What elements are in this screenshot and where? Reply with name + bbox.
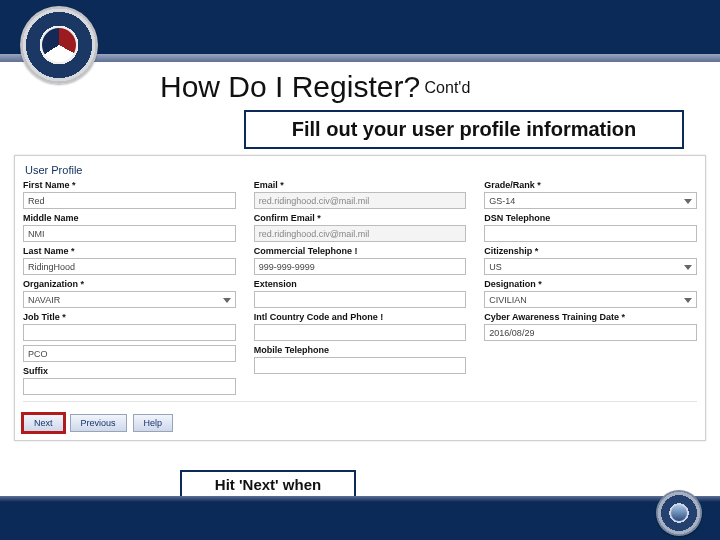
field-label: Confirm Email * <box>254 213 467 223</box>
form-field: Citizenship *US <box>484 246 697 275</box>
dropdown-input[interactable]: CIVILIAN <box>484 291 697 308</box>
text-input[interactable]: 999-999-9999 <box>254 258 467 275</box>
text-input[interactable]: NMI <box>23 225 236 242</box>
button-row: Next Previous Help <box>23 408 697 436</box>
field-label: Mobile Telephone <box>254 345 467 355</box>
callout-top: Fill out your user profile information <box>244 110 684 149</box>
text-input[interactable] <box>484 225 697 242</box>
text-input[interactable]: RidingHood <box>23 258 236 275</box>
header-stripe <box>0 54 720 62</box>
text-input[interactable] <box>254 357 467 374</box>
field-label: Organization * <box>23 279 236 289</box>
field-label: Intl Country Code and Phone ! <box>254 312 467 322</box>
text-input[interactable]: red.ridinghood.civ@mail.mil <box>254 192 467 209</box>
title-sub: Cont'd <box>425 79 471 96</box>
field-label: Last Name * <box>23 246 236 256</box>
form-column: Grade/Rank *GS-14DSN TelephoneCitizenshi… <box>484 180 697 397</box>
form-field: Email *red.ridinghood.civ@mail.mil <box>254 180 467 209</box>
header-bar <box>0 0 720 54</box>
dropdown-input[interactable]: GS-14 <box>484 192 697 209</box>
footer-bar <box>0 502 720 540</box>
form-field: Mobile Telephone <box>254 345 467 374</box>
section-title: User Profile <box>23 162 697 180</box>
field-label: Email * <box>254 180 467 190</box>
field-label: DSN Telephone <box>484 213 697 223</box>
dropdown-input[interactable]: US <box>484 258 697 275</box>
text-input[interactable]: red.ridinghood.civ@mail.mil <box>254 225 467 242</box>
form-column: Email *red.ridinghood.civ@mail.milConfir… <box>254 180 467 397</box>
form-field: PCO <box>23 345 236 362</box>
text-input[interactable] <box>23 324 236 341</box>
form-field: Commercial Telephone !999-999-9999 <box>254 246 467 275</box>
form-field: Last Name *RidingHood <box>23 246 236 275</box>
footer-glow <box>0 496 720 502</box>
form-field: Extension <box>254 279 467 308</box>
slide-title: How Do I Register? Cont'd <box>0 62 720 106</box>
agency-seal-icon <box>20 6 98 84</box>
dropdown-input[interactable]: NAVAIR <box>23 291 236 308</box>
form-field: Suffix <box>23 366 236 395</box>
field-label: Suffix <box>23 366 236 376</box>
form-field: Cyber Awareness Training Date *2016/08/2… <box>484 312 697 341</box>
form-field: Organization *NAVAIR <box>23 279 236 308</box>
text-input[interactable] <box>254 324 467 341</box>
field-label: Job Title * <box>23 312 236 322</box>
form-field: First Name *Red <box>23 180 236 209</box>
field-label: Grade/Rank * <box>484 180 697 190</box>
form-field: Designation *CIVILIAN <box>484 279 697 308</box>
form-field: Middle NameNMI <box>23 213 236 242</box>
text-input[interactable] <box>23 378 236 395</box>
help-button[interactable]: Help <box>133 414 174 432</box>
form-field: Intl Country Code and Phone ! <box>254 312 467 341</box>
form-field: Job Title * <box>23 312 236 341</box>
form-column: First Name *RedMiddle NameNMILast Name *… <box>23 180 236 397</box>
field-label: Extension <box>254 279 467 289</box>
field-label: Middle Name <box>23 213 236 223</box>
field-label: Designation * <box>484 279 697 289</box>
dod-seal-icon <box>656 490 702 536</box>
next-button[interactable]: Next <box>23 414 64 432</box>
field-label: Cyber Awareness Training Date * <box>484 312 697 322</box>
form-field: Grade/Rank *GS-14 <box>484 180 697 209</box>
text-input[interactable]: 2016/08/29 <box>484 324 697 341</box>
previous-button[interactable]: Previous <box>70 414 127 432</box>
field-label: Citizenship * <box>484 246 697 256</box>
text-input[interactable]: Red <box>23 192 236 209</box>
form-field: DSN Telephone <box>484 213 697 242</box>
form-field: Confirm Email *red.ridinghood.civ@mail.m… <box>254 213 467 242</box>
form-screenshot: User Profile First Name *RedMiddle NameN… <box>14 155 706 441</box>
divider <box>23 401 697 402</box>
text-input[interactable] <box>254 291 467 308</box>
text-input[interactable]: PCO <box>23 345 236 362</box>
field-label: First Name * <box>23 180 236 190</box>
field-label: Commercial Telephone ! <box>254 246 467 256</box>
title-main: How Do I Register? <box>160 70 420 103</box>
